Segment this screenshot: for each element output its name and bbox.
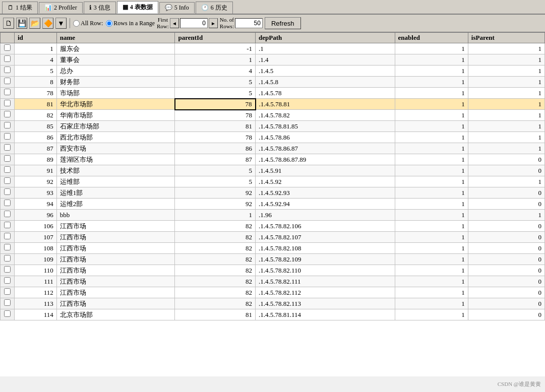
refresh-button[interactable]: Refresh: [265, 17, 301, 29]
cell-deppath: .1: [256, 43, 395, 54]
row-checkbox[interactable]: [4, 222, 11, 228]
table-row[interactable]: 81华北市场部78.1.4.5.78.8111: [1, 99, 545, 110]
table-row[interactable]: 107江西市场82.1.4.5.78.82.10710: [1, 232, 545, 243]
cell-parentid: 78: [175, 110, 256, 121]
row-checkbox[interactable]: [4, 44, 11, 51]
row-checkbox[interactable]: [4, 310, 11, 317]
tab-lishi[interactable]: 🕐 6 历史: [196, 2, 233, 14]
table-row[interactable]: 112江西市场82.1.4.5.78.82.11210: [1, 287, 545, 298]
table-row[interactable]: 93运维1部92.1.4.5.92.9310: [1, 187, 545, 199]
tab-profiler[interactable]: 📊 2 Profiler: [39, 2, 83, 13]
row-checkbox[interactable]: [4, 55, 11, 62]
separator-1: [70, 18, 70, 28]
col-id[interactable]: id: [15, 33, 57, 43]
radio-all[interactable]: [73, 20, 80, 27]
row-checkbox[interactable]: [4, 155, 11, 162]
table-row[interactable]: 96bbb1.1.9611: [1, 210, 545, 221]
radio-all-label[interactable]: All Row:: [73, 20, 103, 27]
table-row[interactable]: 4董事会1.1.411: [1, 54, 545, 66]
row-checkbox[interactable]: [4, 233, 11, 239]
cell-name: 江西市场: [56, 232, 175, 243]
table-row[interactable]: 5总办4.1.4.511: [1, 66, 545, 77]
col-enabled[interactable]: enabled: [395, 33, 468, 43]
col-parentid[interactable]: parentId: [175, 33, 256, 43]
row-checkbox[interactable]: [4, 100, 11, 106]
toolbar-btn-filter[interactable]: 🔶: [42, 18, 53, 29]
first-row-input[interactable]: [180, 18, 208, 28]
cell-name: 服东会: [56, 43, 175, 54]
row-checkbox-cell: [1, 276, 15, 287]
table-row[interactable]: 85石家庄市场部81.1.4.5.78.81.8511: [1, 121, 545, 132]
row-checkbox[interactable]: [4, 288, 11, 295]
table-row[interactable]: 8财务部5.1.4.5.811: [1, 77, 545, 88]
table-row[interactable]: 1服东会-1.111: [1, 43, 545, 54]
row-checkbox[interactable]: [4, 177, 11, 184]
table-row[interactable]: 114北京市场部81.1.4.5.78.81.11410: [1, 309, 545, 320]
table-row[interactable]: 110江西市场82.1.4.5.78.82.11010: [1, 265, 545, 276]
table-row[interactable]: 89莲湖区市场87.1.4.5.78.86.87.8910: [1, 154, 545, 165]
row-checkbox[interactable]: [4, 200, 11, 206]
toolbar-btn-funnel[interactable]: ▼: [55, 18, 67, 29]
table-row[interactable]: 92运维部5.1.4.5.9211: [1, 176, 545, 187]
table-row[interactable]: 111江西市场82.1.4.5.78.82.11110: [1, 276, 545, 287]
row-checkbox[interactable]: [4, 244, 11, 250]
radio-range[interactable]: [106, 20, 112, 27]
col-isparent[interactable]: isParent: [468, 33, 544, 43]
cell-parentid: 81: [175, 121, 256, 132]
table-row[interactable]: 87西安市场86.1.4.5.78.86.8711: [1, 143, 545, 154]
cell-deppath: .1.4.5.78.81.114: [256, 309, 395, 320]
table-row[interactable]: 113江西市场82.1.4.5.78.82.11310: [1, 298, 545, 309]
toolbar-btn-1[interactable]: 🗋: [3, 18, 14, 29]
tab-xinxi[interactable]: ℹ 3 信息: [84, 2, 116, 14]
row-checkbox[interactable]: [4, 211, 11, 217]
table-row[interactable]: 106江西市场82.1.4.5.78.82.10610: [1, 221, 545, 232]
prev-btn[interactable]: ◄: [170, 18, 179, 28]
tab-jieguo-label: 1 结果: [16, 4, 32, 12]
row-checkbox[interactable]: [4, 111, 11, 117]
next-btn[interactable]: ►: [209, 18, 218, 28]
row-checkbox[interactable]: [4, 133, 11, 140]
cell-parentid: 82: [175, 232, 256, 243]
row-checkbox[interactable]: [4, 255, 11, 262]
cell-parentid: -1: [175, 43, 256, 54]
col-deppath[interactable]: depPath: [256, 33, 395, 43]
tab-bar: 🗒 1 结果 📊 2 Profiler ℹ 3 信息 ▦ 4 表数据 💬 5 I…: [0, 0, 545, 15]
col-name[interactable]: name: [56, 33, 175, 43]
row-checkbox-cell: [1, 121, 15, 132]
row-checkbox[interactable]: [4, 299, 11, 306]
row-checkbox[interactable]: [4, 122, 11, 128]
tab-info5[interactable]: 💬 5 Info: [159, 2, 195, 13]
cell-parentid: 81: [175, 309, 256, 320]
cell-name: 西安市场: [56, 143, 175, 154]
table-row[interactable]: 82华南市场部78.1.4.5.78.8211: [1, 110, 545, 121]
cell-id: 96: [15, 210, 57, 221]
table-row[interactable]: 91技术部5.1.4.5.9110: [1, 165, 545, 176]
cell-enabled: 1: [395, 43, 468, 54]
row-checkbox[interactable]: [4, 144, 11, 151]
table-row[interactable]: 109江西市场82.1.4.5.78.82.10910: [1, 254, 545, 265]
row-checkbox-cell: [1, 287, 15, 298]
cell-parentid: 82: [175, 298, 256, 309]
tab-biaoshuju[interactable]: ▦ 4 表数据: [117, 1, 158, 14]
toolbar-btn-open[interactable]: 📂: [29, 18, 40, 29]
radio-range-label[interactable]: Rows in a Range: [106, 20, 155, 27]
tab-jieguo[interactable]: 🗒 1 结果: [2, 2, 38, 14]
rows-input[interactable]: [235, 18, 263, 28]
table-row[interactable]: 108江西市场82.1.4.5.78.82.10810: [1, 243, 545, 254]
table-row[interactable]: 94运维2部92.1.4.5.92.9410: [1, 199, 545, 210]
cell-parentid: 82: [175, 265, 256, 276]
table-row[interactable]: 78市场部5.1.4.5.7811: [1, 88, 545, 99]
row-checkbox[interactable]: [4, 188, 11, 195]
row-checkbox[interactable]: [4, 89, 11, 95]
cell-enabled: 1: [395, 88, 468, 99]
row-checkbox[interactable]: [4, 266, 11, 273]
row-checkbox[interactable]: [4, 277, 11, 284]
row-checkbox[interactable]: [4, 166, 11, 173]
row-checkbox-cell: [1, 132, 15, 143]
tab-biaoshuju-label: 4 表数据: [130, 3, 153, 12]
row-checkbox[interactable]: [4, 67, 11, 73]
toolbar-btn-save[interactable]: 💾: [16, 18, 27, 29]
table-row[interactable]: 86西北市场部78.1.4.5.78.8611: [1, 132, 545, 143]
row-checkbox[interactable]: [4, 78, 11, 84]
cell-parentid: 82: [175, 276, 256, 287]
